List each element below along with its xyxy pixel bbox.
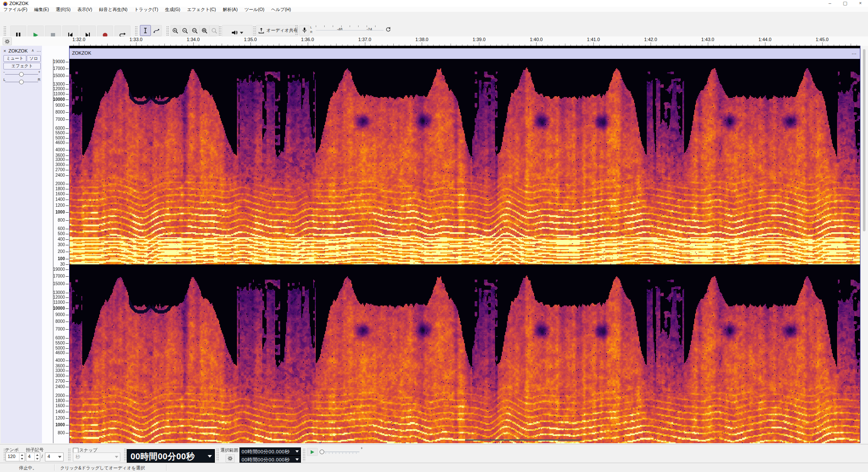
time-signature-upper-input[interactable]: 4 xyxy=(26,453,40,461)
menu-item[interactable]: ツール(O) xyxy=(241,7,268,12)
meter-refresh-icon[interactable] xyxy=(384,26,391,33)
close-button[interactable]: × xyxy=(853,0,868,7)
envelope-tool-button[interactable] xyxy=(151,25,162,36)
zoom-toggle-button[interactable] xyxy=(209,25,219,36)
menu-item[interactable]: ヘルプ(H) xyxy=(268,7,295,12)
menu-item[interactable]: 録音と再生(N) xyxy=(95,7,131,12)
timeline-tick-label: 1:33.0 xyxy=(121,37,151,42)
play-at-speed-button[interactable] xyxy=(307,448,318,456)
spin-up-icon[interactable] xyxy=(21,454,23,456)
menu-item[interactable]: 編集(E) xyxy=(31,7,52,12)
freq-tick-label: 10000 xyxy=(41,306,65,311)
zoom-in-button[interactable] xyxy=(170,25,180,36)
selection-start-field[interactable]: 00時間00分00.000秒 xyxy=(239,447,301,455)
maximize-button[interactable]: ▢ xyxy=(837,0,853,7)
freq-tick xyxy=(66,308,69,309)
play-speed-thumb[interactable] xyxy=(320,450,324,454)
horizontal-scrollbar-thumb[interactable] xyxy=(465,439,581,441)
snap-unit-select[interactable]: 秒 xyxy=(73,453,120,461)
freq-tick-label: 15000 xyxy=(41,73,65,78)
menu-item[interactable]: 選択(S) xyxy=(52,7,74,12)
selection-tool-button[interactable] xyxy=(140,25,151,36)
timeline-options-button[interactable] xyxy=(3,37,12,45)
freq-tick-label: 300 xyxy=(41,242,65,247)
freq-tick-label: 5000 xyxy=(41,136,65,140)
freq-tick xyxy=(66,269,69,270)
minimize-button[interactable]: – xyxy=(822,0,837,7)
spin-down-icon[interactable] xyxy=(36,458,39,460)
timeline-tick xyxy=(593,42,594,46)
audio-position-display[interactable]: 00時間00分00秒 xyxy=(127,449,215,463)
audio-clip[interactable]: ZOKZOK … xyxy=(69,46,860,443)
clip-header[interactable]: ZOKZOK … xyxy=(69,48,860,59)
track-close-button[interactable]: × xyxy=(3,48,6,53)
spectrogram-channel-2[interactable] xyxy=(70,267,860,443)
menu-item[interactable]: ファイル(F) xyxy=(0,7,31,12)
freq-tick xyxy=(66,94,69,94)
freq-tick xyxy=(66,100,69,100)
menu-item[interactable]: トラック(T) xyxy=(131,7,161,12)
freq-tick xyxy=(66,160,69,160)
spin-up-icon[interactable] xyxy=(36,454,39,456)
freq-tick-label: 500 xyxy=(41,231,65,236)
timeline-tick-label: 1:41.0 xyxy=(579,37,608,42)
timeline-ruler[interactable]: 1:32.01:33.01:34.01:35.01:36.01:37.01:38… xyxy=(0,36,868,46)
clip-menu-button[interactable]: … xyxy=(851,50,857,56)
gain-slider-thumb[interactable] xyxy=(19,72,24,77)
spin-down-icon[interactable] xyxy=(21,458,23,460)
zoom-out-button[interactable] xyxy=(180,25,190,36)
selection-options-button[interactable] xyxy=(225,454,235,463)
freq-tick xyxy=(66,133,69,133)
track-area: × ZOKZOK ∧ … ミュート ソロ エフェクト - + L R ZOKZO… xyxy=(0,46,868,444)
meter-scale-label: -24 xyxy=(367,27,372,31)
record-meter-grip[interactable] xyxy=(295,25,298,35)
spectrogram-channel-1[interactable] xyxy=(70,59,860,266)
chevron-down-icon xyxy=(295,450,299,453)
solo-button[interactable]: ソロ xyxy=(27,55,41,62)
timeline-tick-label: 1:42.0 xyxy=(636,37,665,42)
freq-tick xyxy=(66,361,69,361)
status-divider xyxy=(166,464,167,471)
recording-meter-button[interactable] xyxy=(299,25,309,36)
effects-button[interactable]: エフェクト xyxy=(3,63,41,69)
menu-item[interactable]: 生成(G) xyxy=(161,7,184,12)
clip-title[interactable]: ZOKZOK xyxy=(72,50,91,56)
recording-meter-scale[interactable]: -48 -24 xyxy=(316,25,389,35)
freq-tick xyxy=(66,205,69,206)
freq-tick xyxy=(66,239,69,240)
zoom-to-selection-button[interactable] xyxy=(190,25,200,36)
chevron-down-icon xyxy=(58,456,61,458)
mute-button[interactable]: ミュート xyxy=(3,55,26,62)
track-menu-button[interactable]: … xyxy=(36,47,41,53)
tempo-input[interactable]: 120 xyxy=(6,453,25,461)
menu-item[interactable]: エフェクト(C) xyxy=(184,7,219,12)
snap-toolbar-grip[interactable] xyxy=(68,448,71,461)
menu-item[interactable]: 解析(A) xyxy=(220,7,241,12)
time-display-grip[interactable] xyxy=(124,448,127,461)
track-name[interactable]: ZOKZOK xyxy=(8,48,28,53)
freq-tick-label: 4000 xyxy=(41,147,65,152)
track-collapse-button[interactable]: ∧ xyxy=(31,48,34,53)
vertical-scrollbar[interactable] xyxy=(860,46,868,443)
play-speed-grip[interactable] xyxy=(303,448,306,461)
track-control-panel[interactable]: × ZOKZOK ∧ … ミュート ソロ エフェクト - + L R xyxy=(1,46,42,443)
share-audio-button[interactable]: オーディオ共有 xyxy=(256,25,298,36)
menu-item[interactable]: 表示(V) xyxy=(74,7,95,12)
freq-tick-label: 3300 xyxy=(41,157,65,162)
time-signature-lower-select[interactable]: 4 xyxy=(45,453,64,461)
pan-left-label: L xyxy=(3,78,6,82)
play-speed-slider[interactable]: + xyxy=(319,448,363,455)
tempo-spinner[interactable] xyxy=(19,453,25,461)
freq-tick xyxy=(66,69,69,69)
timeline-tick-label: 1:37.0 xyxy=(350,37,380,42)
freq-tick-label: 3000 xyxy=(41,373,65,378)
freq-tick-label: 3000 xyxy=(41,162,65,167)
time-signature-spinner[interactable] xyxy=(34,453,40,461)
timeline-tick-label: 1:36.0 xyxy=(293,37,323,42)
selection-toolbar-grip[interactable] xyxy=(216,448,219,461)
vertical-scrollbar-thumb[interactable] xyxy=(863,49,865,231)
pan-slider-thumb[interactable] xyxy=(19,80,24,84)
freq-tick-label: 1800 xyxy=(41,186,65,191)
freq-tick xyxy=(66,112,69,113)
zoom-fit-project-button[interactable] xyxy=(200,25,209,36)
